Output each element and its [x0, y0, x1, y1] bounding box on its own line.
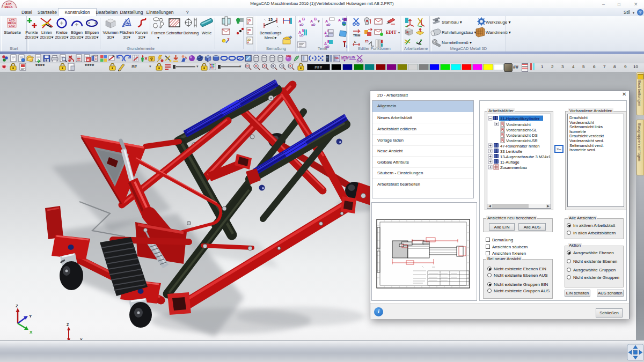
svg-text:11-Auflage: 11-Auflage: [500, 160, 519, 165]
svg-text:TOL: TOL: [334, 57, 339, 60]
svg-text:MTM: MTM: [341, 56, 349, 59]
svg-text:EDIT: EDIT: [386, 30, 397, 35]
svg-text:cD: cD: [299, 23, 304, 26]
svg-text:B: B: [314, 17, 317, 21]
svg-text:##: ##: [131, 64, 137, 69]
svg-text:Y: Y: [29, 314, 32, 319]
svg-text:Vorderansicht-DS: Vorderansicht-DS: [506, 133, 538, 138]
svg-text:EIN: EIN: [349, 55, 355, 59]
svg-text:A: A: [325, 19, 328, 23]
svg-text:B: B: [87, 58, 90, 62]
svg-text:TRIM: TRIM: [353, 34, 361, 37]
svg-text:SPH: SPH: [286, 55, 291, 58]
svg-text:Vorderansicht-SL: Vorderansicht-SL: [506, 128, 537, 132]
svg-text:X: X: [30, 330, 33, 335]
svg-text:#: #: [247, 41, 249, 44]
svg-text:A: A: [310, 19, 313, 23]
svg-text:****: ****: [35, 63, 45, 69]
svg-text:▾: ▾: [317, 19, 320, 23]
svg-text:▾: ▾: [196, 64, 199, 68]
svg-text:13-Augenschraube 3 M24x140: 13-Augenschraube 3 M24x140: [500, 154, 551, 159]
svg-text:Vorderansicht: Vorderansicht: [506, 122, 531, 127]
svg-text:A: A: [338, 18, 341, 22]
svg-text:Zusammenbau: Zusammenbau: [500, 165, 527, 170]
svg-text:▾: ▾: [239, 64, 241, 68]
svg-text:CAD: CAD: [9, 24, 15, 27]
svg-text:33-Lenkrolle: 33-Lenkrolle: [500, 149, 522, 154]
svg-text:Vorderansicht-SR: Vorderansicht-SR: [506, 138, 538, 143]
svg-text:Z: Z: [16, 304, 18, 308]
svg-text:▾: ▾: [149, 64, 151, 68]
svg-text:cD: cD: [326, 23, 331, 26]
svg-text:B: B: [302, 17, 305, 21]
svg-text:i: i: [346, 44, 347, 49]
svg-text:cD: cD: [325, 45, 330, 48]
svg-text:cD: cD: [299, 34, 304, 37]
svg-text:25: 25: [365, 40, 369, 43]
svg-text:15: 15: [268, 18, 273, 21]
svg-text:****: ****: [85, 63, 94, 69]
svg-text:E: E: [354, 40, 356, 43]
svg-text:#: #: [247, 21, 249, 25]
svg-text:Z: Z: [67, 323, 69, 327]
svg-text:A: A: [298, 19, 301, 23]
svg-text:31-Hydraulikzylinder: 31-Hydraulikzylinder: [500, 116, 539, 121]
svg-text:#: #: [247, 31, 249, 34]
svg-text:cD: cD: [311, 23, 316, 26]
svg-text:47-Rollenhalter hinten: 47-Rollenhalter hinten: [500, 144, 539, 149]
svg-text:?: ?: [227, 37, 230, 42]
svg-text:▾: ▾: [398, 31, 400, 34]
